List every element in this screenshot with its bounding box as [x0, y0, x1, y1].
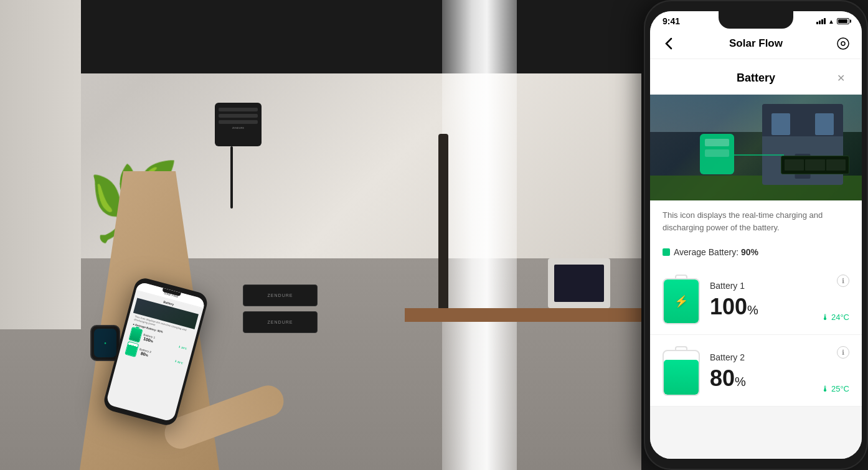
svg-point-1: [841, 42, 845, 45]
desk: [405, 308, 641, 322]
small-battery-visual-1: [128, 327, 143, 343]
battery-body-2: [663, 350, 700, 396]
status-time: 9:41: [663, 16, 680, 26]
modal-image: [650, 95, 862, 200]
app-title: Solar Flow: [677, 37, 834, 50]
battery-pct-sign-2: %: [735, 375, 746, 388]
signal-bar-1: [816, 22, 818, 24]
modal-header: Battery ✕: [650, 59, 862, 95]
battery-modal: Battery ✕: [650, 59, 862, 407]
avg-value: 90%: [741, 247, 758, 257]
box-label-1: ZENDURE: [268, 293, 293, 298]
avg-label: Average Battery:: [674, 247, 738, 257]
avg-indicator: [663, 248, 670, 256]
app-header: Solar Flow: [650, 29, 862, 59]
back-button[interactable]: [660, 35, 677, 52]
battery-visual-1: ⚡: [663, 275, 700, 324]
info-icon-1[interactable]: ℹ: [837, 275, 849, 287]
info-icon-2[interactable]: ℹ: [837, 346, 849, 359]
signal-bar-2: [819, 21, 821, 24]
signal-bars: [816, 18, 826, 24]
cable: [230, 146, 233, 209]
lamp-post: [438, 134, 448, 321]
thermometer-icon-2: 🌡: [821, 384, 829, 393]
close-icon: ✕: [837, 72, 845, 84]
battery-pct-sign-1: %: [747, 303, 758, 317]
temp-value-2: 25°C: [831, 384, 849, 393]
modal-title: Battery: [680, 72, 832, 85]
temp-value-1: 24°C: [831, 313, 849, 322]
bg-wall-left: [0, 0, 81, 329]
signal-bar-4: [824, 18, 826, 24]
modal-close-button[interactable]: ✕: [832, 69, 849, 87]
average-battery-row: Average Battery: 90%: [650, 242, 862, 265]
battery-body-1: ⚡: [663, 278, 700, 324]
main-phone: 9:41 ▲ Solar Flow: [644, 0, 868, 470]
solar-device-illustration: [700, 134, 734, 174]
battery-temp-1: 🌡 24°C: [821, 313, 849, 322]
battery-temp-2: 🌡 25°C: [821, 384, 849, 393]
battery-item-1: ⚡ Battery 1 100% ℹ 🌡 24°C: [650, 265, 862, 335]
thermometer-icon-1: 🌡: [821, 313, 829, 322]
battery-fill: [838, 19, 847, 23]
app-content[interactable]: Battery ✕: [650, 59, 862, 459]
zendure-boxes: ZENDURE ZENDURE: [243, 284, 318, 333]
avg-text: Average Battery: 90%: [674, 247, 758, 257]
battery-item-2: Battery 2 80% ℹ 🌡 25°C: [650, 336, 862, 407]
battery-name-1: Battery 1: [710, 281, 849, 291]
svg-point-0: [837, 38, 849, 49]
battery-name-2: Battery 2: [710, 352, 849, 362]
battery-percent-value-2: 80: [710, 365, 735, 391]
background-scene: ZENDURE ZENDURE ZENDURE ● So: [0, 0, 641, 470]
modal-image-content: [650, 95, 862, 200]
battery-fill-2: [664, 360, 699, 395]
battery-visual-2: [663, 346, 700, 396]
settings-button[interactable]: [834, 35, 852, 52]
signal-bar-3: [821, 19, 823, 24]
status-icons: ▲: [816, 18, 849, 25]
small-battery-visual-2: [125, 341, 139, 357]
lightning-icon-1: ⚡: [674, 294, 688, 308]
wifi-icon: ▲: [828, 18, 834, 25]
phone-notch: [719, 11, 793, 29]
battery-percent-value-1: 100: [710, 294, 747, 319]
dark-strip: [0, 0, 641, 73]
battery-status-icon: [837, 18, 849, 24]
solar-panels-illustration: [781, 156, 849, 174]
phone-screen: 9:41 ▲ Solar Flow: [650, 11, 862, 459]
monitor: [548, 258, 610, 308]
bg-curtain: [442, 0, 517, 470]
wall-device: ZENDURE: [215, 103, 262, 146]
box-label-2: ZENDURE: [268, 320, 293, 324]
connection-line: [734, 154, 784, 156]
modal-description: This icon displays the real-time chargin…: [650, 200, 862, 242]
